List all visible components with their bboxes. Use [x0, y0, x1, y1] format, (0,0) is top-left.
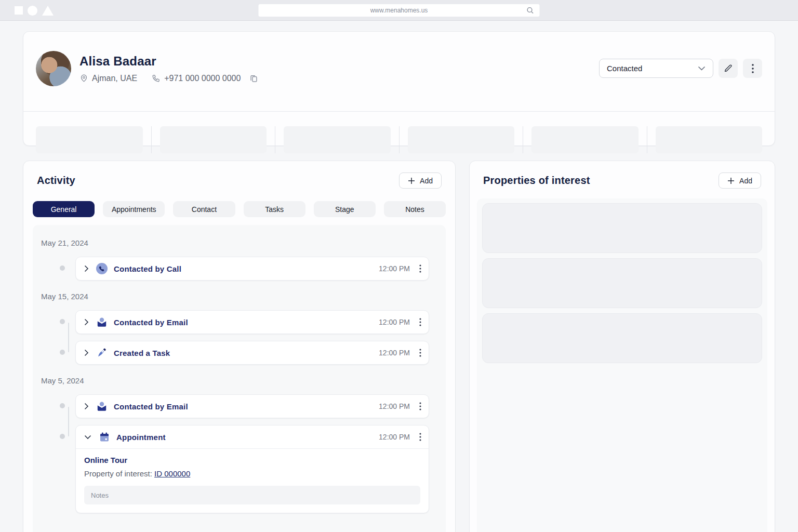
stats-row	[23, 112, 775, 153]
status-select-value: Contacted	[607, 64, 642, 73]
chevron-right-icon[interactable]	[84, 349, 89, 356]
property-placeholder	[482, 258, 762, 308]
appointment-details: Online Tour Property of interest: ID 000…	[76, 448, 429, 513]
activity-item-title: Contacted by Email	[114, 402, 188, 411]
phone-icon	[152, 74, 161, 83]
tab-notes[interactable]: Notes	[384, 201, 446, 217]
phone-call-icon	[96, 263, 108, 274]
chevron-right-icon[interactable]	[84, 265, 89, 272]
appointment-subtitle: Online Tour	[84, 456, 420, 464]
contact-menu-button[interactable]	[743, 59, 762, 78]
activity-item-time: 12:00 PM	[379, 264, 410, 273]
contact-location-text: Ajman, UAE	[92, 74, 137, 83]
activity-item-contacted-by-email[interactable]: Contacted by Email 12:00 PM	[76, 311, 429, 334]
kebab-icon[interactable]	[419, 349, 421, 357]
kebab-icon	[752, 64, 754, 73]
window-controls	[0, 6, 54, 16]
timeline-date: May 5, 2024	[41, 376, 437, 385]
timeline-date: May 21, 2024	[41, 238, 437, 247]
chevron-down-icon	[698, 66, 706, 71]
activity-title: Activity	[37, 175, 75, 187]
timeline-row: Contacted by Call 12:00 PM	[75, 257, 429, 281]
activity-item-time: 12:00 PM	[379, 433, 410, 441]
stat-placeholder	[160, 126, 267, 153]
email-icon	[96, 401, 108, 412]
stat-placeholder	[36, 126, 143, 153]
timeline-connector	[68, 407, 69, 436]
activity-item-time: 12:00 PM	[379, 318, 410, 326]
activity-card: Activity Add General Appointments Contac…	[23, 161, 456, 532]
timeline-row-expanded: Appointment 12:00 PM Online Tour Propert…	[75, 425, 429, 513]
activity-item-time: 12:00 PM	[379, 349, 410, 357]
property-of-interest-label: Property of interest:	[84, 469, 152, 478]
properties-add-label: Add	[739, 177, 752, 185]
chevron-right-icon[interactable]	[84, 318, 89, 326]
avatar	[36, 51, 71, 86]
status-select[interactable]: Contacted	[599, 59, 713, 78]
activity-item-contacted-by-email[interactable]: Contacted by Email 12:00 PM	[76, 395, 429, 418]
kebab-icon[interactable]	[419, 433, 421, 441]
properties-title: Properties of interest	[483, 175, 590, 187]
timeline-connector	[68, 323, 69, 352]
plus-icon	[408, 177, 415, 184]
triangle-window-icon[interactable]	[42, 6, 54, 16]
plus-icon	[727, 177, 735, 184]
divider	[523, 126, 523, 153]
url-text: www.menahomes.us	[370, 7, 428, 14]
chevron-right-icon[interactable]	[84, 403, 89, 410]
edit-button[interactable]	[719, 59, 738, 78]
activity-add-label: Add	[420, 177, 433, 185]
contact-info: Alisa Badaar Ajman, UAE	[79, 54, 258, 83]
copy-phone-icon[interactable]	[250, 74, 258, 83]
tab-contact[interactable]: Contact	[173, 201, 235, 217]
browser-bar: www.menahomes.us	[0, 0, 798, 21]
properties-list	[477, 198, 767, 532]
task-pen-icon	[96, 347, 108, 358]
kebab-icon[interactable]	[419, 402, 421, 410]
properties-add-button[interactable]: Add	[719, 172, 761, 189]
stat-placeholder	[284, 126, 391, 153]
activity-tabs: General Appointments Contact Tasks Stage…	[33, 201, 446, 217]
notes-input[interactable]	[84, 486, 420, 504]
search-icon[interactable]	[526, 6, 535, 17]
divider	[647, 126, 647, 153]
activity-add-button[interactable]: Add	[399, 172, 442, 189]
activity-item-created-a-task[interactable]: Created a Task 12:00 PM	[76, 341, 429, 364]
contact-phone-text: +971 000 0000 0000	[164, 74, 241, 83]
contact-header-top: Alisa Badaar Ajman, UAE	[23, 32, 775, 92]
activity-item-title: Created a Task	[114, 349, 170, 357]
email-icon	[96, 316, 108, 328]
timeline-row: Contacted by Email 12:00 PM	[75, 310, 429, 334]
property-id-link[interactable]: ID 000000	[154, 469, 190, 478]
activity-item-title: Contacted by Call	[114, 264, 181, 273]
timeline-date: May 15, 2024	[41, 292, 437, 301]
timeline-group: May 5, 2024	[41, 376, 437, 513]
tab-general[interactable]: General	[33, 201, 95, 217]
pencil-icon	[723, 63, 733, 73]
square-window-icon[interactable]	[15, 6, 23, 15]
tab-appointments[interactable]: Appointments	[103, 201, 165, 217]
contact-header-card: Alisa Badaar Ajman, UAE	[23, 31, 775, 146]
stat-placeholder	[531, 126, 639, 153]
kebab-icon[interactable]	[419, 264, 421, 273]
tab-tasks[interactable]: Tasks	[244, 201, 305, 217]
stat-placeholder	[656, 126, 763, 153]
activity-item-appointment[interactable]: Appointment 12:00 PM	[76, 425, 429, 448]
chevron-down-icon[interactable]	[84, 435, 91, 440]
activity-item-title: Contacted by Email	[114, 318, 188, 327]
kebab-icon[interactable]	[419, 318, 421, 326]
timeline-group: May 15, 2024	[41, 292, 437, 365]
timeline-row: Contacted by Email 12:00 PM	[75, 394, 429, 418]
circle-window-icon[interactable]	[28, 6, 37, 16]
property-placeholder	[482, 203, 762, 253]
activity-item-title: Appointment	[116, 433, 166, 442]
calendar-icon	[99, 431, 110, 443]
divider	[399, 126, 400, 153]
activity-item-contacted-by-call[interactable]: Contacted by Call 12:00 PM	[76, 257, 429, 280]
contact-name: Alisa Badaar	[79, 54, 258, 69]
tab-stage[interactable]: Stage	[314, 201, 376, 217]
activity-item-time: 12:00 PM	[379, 402, 410, 410]
contact-location: Ajman, UAE	[79, 74, 137, 83]
url-bar[interactable]: www.menahomes.us	[259, 4, 540, 17]
divider	[151, 126, 152, 153]
